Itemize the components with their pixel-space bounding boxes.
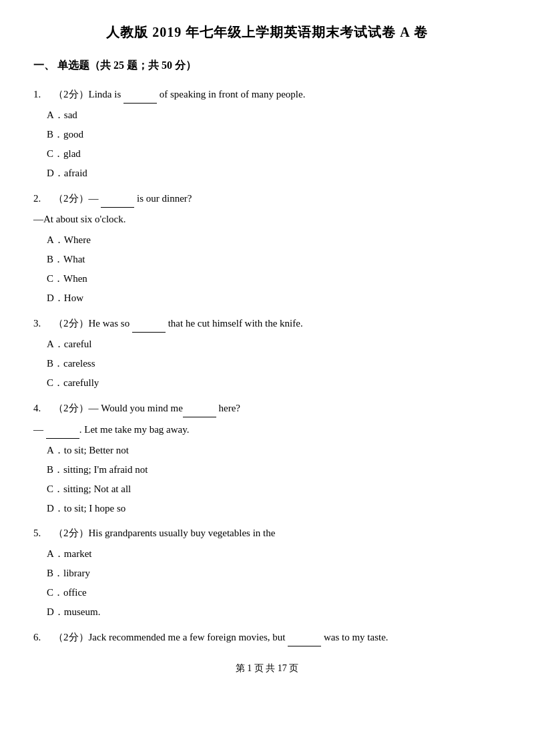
question-1: 1. （2分）Linda is of speaking in front of … bbox=[33, 85, 501, 182]
question-3-option-a: A．careful bbox=[47, 335, 501, 353]
section1-header: 一、 单选题（共 25 题；共 50 分） bbox=[33, 56, 501, 75]
blank-3 bbox=[132, 314, 166, 333]
question-2: 2. （2分）— is our dinner? —At about six o'… bbox=[33, 189, 501, 307]
blank-4b bbox=[46, 420, 79, 439]
question-2-sub: —At about six o'clock. bbox=[33, 210, 501, 228]
question-2-option-a: A．Where bbox=[47, 231, 501, 249]
question-2-text: 2. （2分）— is our dinner? bbox=[33, 189, 501, 208]
question-6-body: （2分）Jack recommended me a few foreign mo… bbox=[43, 632, 388, 642]
question-1-option-a: A．sad bbox=[47, 106, 501, 124]
question-3: 3. （2分）He was so that he cut himself wit… bbox=[33, 314, 501, 392]
question-1-text: 1. （2分）Linda is of speaking in front of … bbox=[33, 85, 501, 104]
question-3-body: （2分）He was so that he cut himself with t… bbox=[43, 318, 303, 329]
question-4-number: 4. bbox=[33, 403, 41, 413]
page-footer: 第 1 页 共 17 页 bbox=[33, 660, 501, 677]
blank-6 bbox=[288, 628, 321, 646]
question-6-text: 6. （2分）Jack recommended me a few foreign… bbox=[33, 628, 501, 646]
question-5-number: 5. bbox=[33, 528, 41, 538]
question-4: 4. （2分）— Would you mind me here? — . Let… bbox=[33, 399, 501, 518]
question-3-option-c: C．carefully bbox=[47, 374, 501, 392]
question-4-option-d: D．to sit; I hope so bbox=[47, 500, 501, 518]
blank-4a bbox=[183, 399, 216, 417]
blank-2 bbox=[101, 189, 134, 208]
question-4-option-c: C．sitting; Not at all bbox=[47, 480, 501, 498]
question-4-body: （2分）— Would you mind me here? bbox=[43, 403, 240, 413]
question-6-number: 6. bbox=[33, 632, 41, 642]
question-2-option-d: D．How bbox=[47, 289, 501, 307]
question-2-option-b: B．What bbox=[47, 250, 501, 268]
question-1-option-b: B．good bbox=[47, 126, 501, 144]
question-2-number: 2. bbox=[33, 193, 41, 204]
question-3-text: 3. （2分）He was so that he cut himself wit… bbox=[33, 314, 501, 333]
question-2-body: （2分）— is our dinner? bbox=[43, 193, 192, 204]
question-1-option-d: D．afraid bbox=[47, 164, 501, 182]
page-title: 人教版 2019 年七年级上学期英语期末考试试卷 A 卷 bbox=[33, 20, 501, 44]
question-5-option-a: A．market bbox=[47, 545, 501, 563]
question-1-number: 1. bbox=[33, 89, 41, 100]
question-4-text: 4. （2分）— Would you mind me here? bbox=[33, 399, 501, 417]
question-5-text: 5. （2分）His grandparents usually buy vege… bbox=[33, 524, 501, 542]
question-3-number: 3. bbox=[33, 318, 41, 329]
question-1-option-c: C．glad bbox=[47, 145, 501, 163]
question-5: 5. （2分）His grandparents usually buy vege… bbox=[33, 524, 501, 621]
question-4-option-a: A．to sit; Better not bbox=[47, 441, 501, 459]
question-5-body: （2分）His grandparents usually buy vegetab… bbox=[43, 528, 275, 538]
question-6: 6. （2分）Jack recommended me a few foreign… bbox=[33, 628, 501, 646]
question-5-option-b: B．library bbox=[47, 564, 501, 582]
question-1-body: （2分）Linda is of speaking in front of man… bbox=[43, 89, 305, 100]
question-3-option-b: B．careless bbox=[47, 355, 501, 373]
question-4-option-b: B．sitting; I'm afraid not bbox=[47, 461, 501, 479]
question-2-option-c: C．When bbox=[47, 270, 501, 288]
question-5-option-c: C．office bbox=[47, 584, 501, 602]
question-4-sub: — . Let me take my bag away. bbox=[33, 420, 501, 439]
question-5-option-d: D．museum. bbox=[47, 603, 501, 621]
blank-1 bbox=[123, 85, 157, 104]
